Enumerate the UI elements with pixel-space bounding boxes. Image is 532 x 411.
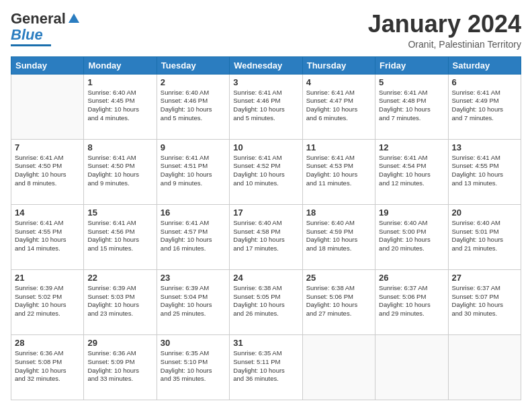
day-number: 1 [87, 77, 152, 87]
calendar-cell: 27Sunrise: 6:37 AM Sunset: 5:07 PM Dayli… [448, 269, 521, 334]
calendar-header-row: Sunday Monday Tuesday Wednesday Thursday… [11, 56, 521, 74]
day-number: 5 [379, 77, 444, 87]
day-info: Sunrise: 6:40 AM Sunset: 5:00 PM Dayligh… [379, 219, 444, 253]
page: General Blue January 2024 Oranit, Palest… [0, 0, 532, 411]
calendar-week-row: 28Sunrise: 6:36 AM Sunset: 5:08 PM Dayli… [11, 334, 521, 400]
day-info: Sunrise: 6:41 AM Sunset: 4:50 PM Dayligh… [15, 154, 80, 188]
day-number: 19 [379, 208, 444, 218]
day-info: Sunrise: 6:41 AM Sunset: 4:50 PM Dayligh… [87, 154, 152, 188]
day-number: 22 [87, 273, 152, 283]
calendar-cell: 13Sunrise: 6:41 AM Sunset: 4:55 PM Dayli… [448, 139, 521, 204]
calendar-cell: 6Sunrise: 6:41 AM Sunset: 4:49 PM Daylig… [448, 74, 521, 139]
day-number: 16 [161, 208, 226, 218]
calendar-cell: 15Sunrise: 6:41 AM Sunset: 4:56 PM Dayli… [84, 204, 157, 269]
logo: General Blue [11, 11, 81, 46]
day-number: 23 [161, 273, 226, 283]
calendar-cell: 14Sunrise: 6:41 AM Sunset: 4:55 PM Dayli… [11, 204, 84, 269]
day-info: Sunrise: 6:41 AM Sunset: 4:54 PM Dayligh… [379, 154, 444, 188]
day-number: 21 [15, 273, 80, 283]
day-number: 17 [233, 208, 298, 218]
day-number: 10 [233, 142, 298, 152]
calendar-cell: 4Sunrise: 6:41 AM Sunset: 4:47 PM Daylig… [302, 74, 375, 139]
logo-line [11, 44, 51, 46]
day-info: Sunrise: 6:41 AM Sunset: 4:46 PM Dayligh… [233, 89, 298, 123]
day-number: 12 [379, 142, 444, 152]
day-number: 27 [452, 273, 517, 283]
day-number: 9 [161, 142, 226, 152]
day-info: Sunrise: 6:41 AM Sunset: 4:55 PM Dayligh… [452, 154, 517, 188]
day-info: Sunrise: 6:41 AM Sunset: 4:53 PM Dayligh… [306, 154, 371, 188]
calendar-cell: 19Sunrise: 6:40 AM Sunset: 5:00 PM Dayli… [375, 204, 448, 269]
day-info: Sunrise: 6:36 AM Sunset: 5:08 PM Dayligh… [15, 349, 80, 383]
day-info: Sunrise: 6:38 AM Sunset: 5:05 PM Dayligh… [233, 284, 298, 318]
day-info: Sunrise: 6:41 AM Sunset: 4:47 PM Dayligh… [306, 89, 371, 123]
calendar-cell: 30Sunrise: 6:35 AM Sunset: 5:10 PM Dayli… [157, 334, 229, 400]
day-info: Sunrise: 6:39 AM Sunset: 5:02 PM Dayligh… [15, 284, 80, 318]
calendar-cell [11, 74, 84, 139]
calendar-cell: 7Sunrise: 6:41 AM Sunset: 4:50 PM Daylig… [11, 139, 84, 204]
day-number: 11 [306, 142, 371, 152]
calendar-cell: 10Sunrise: 6:41 AM Sunset: 4:52 PM Dayli… [230, 139, 302, 204]
location: Oranit, Palestinian Territory [368, 39, 521, 50]
calendar-cell: 11Sunrise: 6:41 AM Sunset: 4:53 PM Dayli… [302, 139, 375, 204]
calendar-cell: 5Sunrise: 6:41 AM Sunset: 4:48 PM Daylig… [375, 74, 448, 139]
day-info: Sunrise: 6:40 AM Sunset: 4:46 PM Dayligh… [161, 89, 226, 123]
logo-icon [67, 12, 81, 26]
col-sunday: Sunday [11, 56, 84, 74]
calendar-cell: 28Sunrise: 6:36 AM Sunset: 5:08 PM Dayli… [11, 334, 84, 400]
day-info: Sunrise: 6:40 AM Sunset: 4:59 PM Dayligh… [306, 219, 371, 253]
day-number: 7 [15, 142, 80, 152]
calendar-cell: 3Sunrise: 6:41 AM Sunset: 4:46 PM Daylig… [230, 74, 302, 139]
calendar-week-row: 21Sunrise: 6:39 AM Sunset: 5:02 PM Dayli… [11, 269, 521, 334]
calendar-cell [302, 334, 375, 400]
day-info: Sunrise: 6:41 AM Sunset: 4:56 PM Dayligh… [87, 219, 152, 253]
day-info: Sunrise: 6:40 AM Sunset: 4:58 PM Dayligh… [233, 219, 298, 253]
day-info: Sunrise: 6:41 AM Sunset: 4:49 PM Dayligh… [452, 89, 517, 123]
calendar-cell: 24Sunrise: 6:38 AM Sunset: 5:05 PM Dayli… [230, 269, 302, 334]
day-info: Sunrise: 6:40 AM Sunset: 4:45 PM Dayligh… [87, 89, 152, 123]
day-info: Sunrise: 6:37 AM Sunset: 5:07 PM Dayligh… [452, 284, 517, 318]
day-number: 8 [87, 142, 152, 152]
day-number: 25 [306, 273, 371, 283]
day-number: 4 [306, 77, 371, 87]
day-info: Sunrise: 6:38 AM Sunset: 5:06 PM Dayligh… [306, 284, 371, 318]
col-monday: Monday [84, 56, 157, 74]
calendar-cell: 25Sunrise: 6:38 AM Sunset: 5:06 PM Dayli… [302, 269, 375, 334]
calendar-cell [375, 334, 448, 400]
day-number: 14 [15, 208, 80, 218]
day-number: 26 [379, 273, 444, 283]
calendar-cell: 21Sunrise: 6:39 AM Sunset: 5:02 PM Dayli… [11, 269, 84, 334]
title-section: January 2024 Oranit, Palestinian Territo… [368, 11, 521, 50]
day-info: Sunrise: 6:35 AM Sunset: 5:11 PM Dayligh… [233, 349, 298, 383]
calendar-cell: 18Sunrise: 6:40 AM Sunset: 4:59 PM Dayli… [302, 204, 375, 269]
day-info: Sunrise: 6:35 AM Sunset: 5:10 PM Dayligh… [161, 349, 226, 383]
day-info: Sunrise: 6:41 AM Sunset: 4:57 PM Dayligh… [161, 219, 226, 253]
calendar-cell: 9Sunrise: 6:41 AM Sunset: 4:51 PM Daylig… [157, 139, 229, 204]
day-number: 13 [452, 142, 517, 152]
calendar-cell: 12Sunrise: 6:41 AM Sunset: 4:54 PM Dayli… [375, 139, 448, 204]
day-number: 3 [233, 77, 298, 87]
svg-marker-0 [69, 13, 79, 23]
day-number: 20 [452, 208, 517, 218]
day-info: Sunrise: 6:41 AM Sunset: 4:55 PM Dayligh… [15, 219, 80, 253]
day-number: 31 [233, 338, 298, 348]
calendar-cell: 2Sunrise: 6:40 AM Sunset: 4:46 PM Daylig… [157, 74, 229, 139]
calendar-cell: 8Sunrise: 6:41 AM Sunset: 4:50 PM Daylig… [84, 139, 157, 204]
col-friday: Friday [375, 56, 448, 74]
col-wednesday: Wednesday [230, 56, 302, 74]
calendar-table: Sunday Monday Tuesday Wednesday Thursday… [11, 56, 521, 400]
day-info: Sunrise: 6:37 AM Sunset: 5:06 PM Dayligh… [379, 284, 444, 318]
day-info: Sunrise: 6:39 AM Sunset: 5:04 PM Dayligh… [161, 284, 226, 318]
day-number: 6 [452, 77, 517, 87]
calendar-cell: 16Sunrise: 6:41 AM Sunset: 4:57 PM Dayli… [157, 204, 229, 269]
day-number: 30 [161, 338, 226, 348]
day-number: 24 [233, 273, 298, 283]
day-number: 15 [87, 208, 152, 218]
header: General Blue January 2024 Oranit, Palest… [11, 11, 521, 50]
col-tuesday: Tuesday [157, 56, 229, 74]
day-info: Sunrise: 6:40 AM Sunset: 5:01 PM Dayligh… [452, 219, 517, 253]
day-info: Sunrise: 6:41 AM Sunset: 4:51 PM Dayligh… [161, 154, 226, 188]
calendar-cell: 31Sunrise: 6:35 AM Sunset: 5:11 PM Dayli… [230, 334, 302, 400]
day-info: Sunrise: 6:41 AM Sunset: 4:48 PM Dayligh… [379, 89, 444, 123]
day-number: 2 [161, 77, 226, 87]
